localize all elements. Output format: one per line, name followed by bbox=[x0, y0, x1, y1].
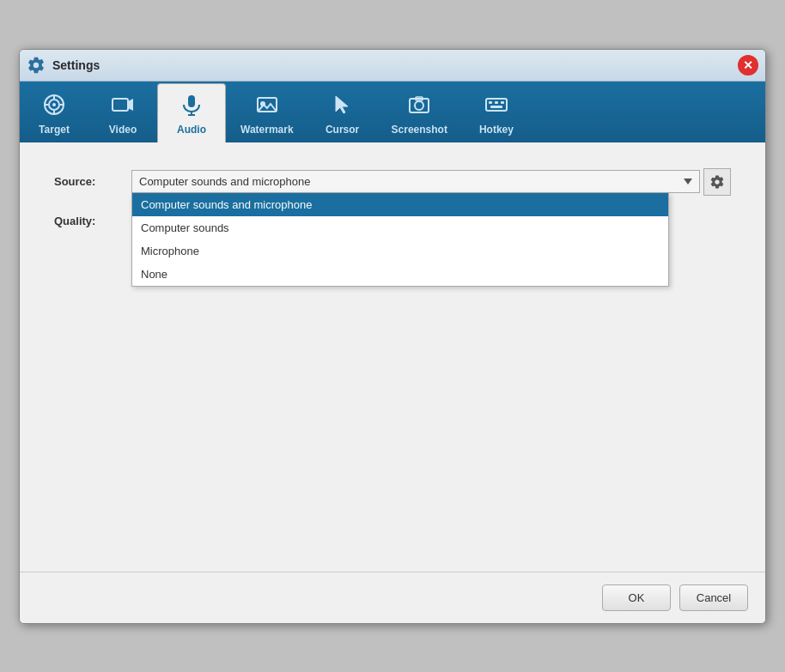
quality-label: Quality: bbox=[54, 215, 131, 227]
title-bar: Settings ✕ bbox=[20, 50, 765, 82]
tab-video[interactable]: Video bbox=[88, 83, 157, 142]
gear-icon bbox=[27, 56, 46, 75]
tab-audio-label: Audio bbox=[177, 124, 206, 136]
svg-rect-20 bbox=[495, 101, 498, 104]
watermark-icon bbox=[255, 93, 279, 120]
title-bar-left: Settings bbox=[27, 56, 100, 75]
settings-window: Settings ✕ Target bbox=[19, 49, 766, 624]
svg-rect-9 bbox=[188, 95, 195, 107]
source-label: Source: bbox=[54, 175, 131, 188]
tab-target-label: Target bbox=[39, 124, 70, 136]
tab-cursor-label: Cursor bbox=[326, 124, 359, 136]
source-select[interactable]: Computer sounds and microphone bbox=[131, 170, 700, 193]
tab-watermark-label: Watermark bbox=[240, 124, 294, 136]
source-container: Computer sounds and microphone Computer … bbox=[131, 170, 700, 193]
tab-screenshot-label: Screenshot bbox=[392, 124, 447, 136]
tab-video-label: Video bbox=[109, 124, 137, 136]
svg-rect-22 bbox=[490, 106, 502, 108]
close-button[interactable]: ✕ bbox=[738, 55, 758, 76]
source-dropdown-arrow-icon bbox=[684, 179, 692, 185]
svg-rect-18 bbox=[486, 99, 507, 111]
source-dropdown-list: Computer sounds and microphone Computer … bbox=[131, 193, 669, 287]
tab-hotkey-label: Hotkey bbox=[479, 124, 514, 136]
content-area: Source: Computer sounds and microphone C… bbox=[20, 142, 765, 572]
tab-screenshot[interactable]: Screenshot bbox=[377, 83, 462, 142]
cancel-button[interactable]: Cancel bbox=[679, 584, 748, 611]
svg-rect-19 bbox=[489, 101, 492, 104]
svg-rect-21 bbox=[501, 101, 504, 104]
source-option-computer[interactable]: Computer sounds bbox=[132, 216, 668, 239]
tab-watermark[interactable]: Watermark bbox=[226, 83, 308, 142]
tab-cursor[interactable]: Cursor bbox=[308, 83, 377, 142]
footer: OK Cancel bbox=[20, 572, 765, 623]
source-row: Source: Computer sounds and microphone C… bbox=[54, 168, 731, 196]
tab-hotkey[interactable]: Hotkey bbox=[462, 83, 531, 142]
ok-button[interactable]: OK bbox=[602, 584, 671, 611]
source-option-none[interactable]: None bbox=[132, 263, 668, 286]
svg-point-2 bbox=[52, 103, 56, 106]
video-icon bbox=[111, 93, 135, 120]
svg-point-16 bbox=[415, 101, 423, 110]
settings-gear-icon bbox=[709, 174, 725, 190]
source-option-microphone[interactable]: Microphone bbox=[132, 239, 668, 263]
tab-target[interactable]: Target bbox=[20, 83, 88, 142]
window-title: Settings bbox=[52, 58, 100, 72]
cursor-icon bbox=[331, 93, 355, 120]
svg-rect-7 bbox=[113, 99, 128, 111]
source-settings-button[interactable] bbox=[703, 168, 731, 196]
tab-audio[interactable]: Audio bbox=[157, 83, 226, 142]
audio-icon bbox=[180, 93, 204, 120]
svg-marker-14 bbox=[336, 96, 348, 113]
source-selected-text: Computer sounds and microphone bbox=[139, 175, 679, 188]
hotkey-icon bbox=[484, 93, 508, 120]
source-option-both[interactable]: Computer sounds and microphone bbox=[132, 193, 668, 216]
target-icon bbox=[42, 93, 66, 120]
tab-bar: Target Video Audio bbox=[20, 82, 765, 142]
screenshot-icon bbox=[407, 93, 431, 120]
